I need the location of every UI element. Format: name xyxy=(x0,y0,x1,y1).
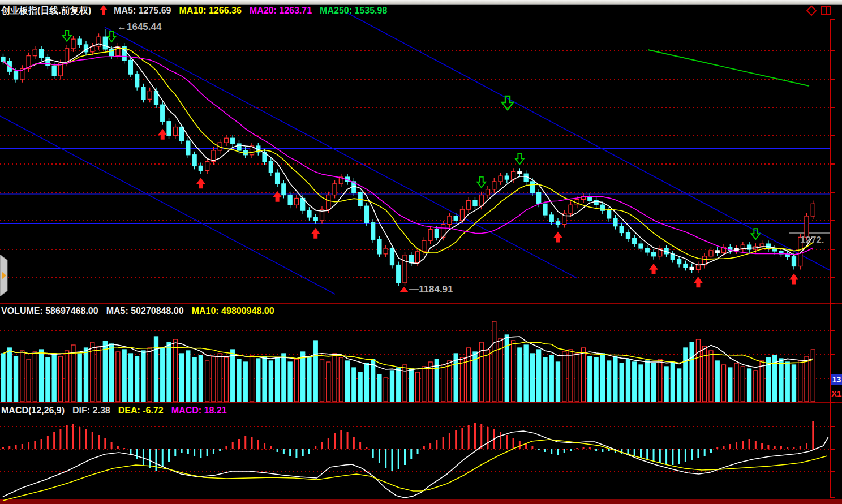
ma5-value: MA5: 1275.69 xyxy=(114,6,171,15)
volume-ma5-value: MA5: 50270848.00 xyxy=(106,306,184,316)
candlesticks xyxy=(1,29,815,286)
chart-canvas[interactable] xyxy=(0,0,842,504)
volume-header: VOLUME: 58697468.00MA5: 50270848.00MA10:… xyxy=(1,306,282,316)
buy-arrow-icon xyxy=(196,178,205,188)
macd-value: MACD: 18.21 xyxy=(171,406,227,415)
chart-title: 创业板指(日线.前复权) xyxy=(1,6,91,15)
diamond-icon xyxy=(807,6,816,15)
ma250-value: MA250: 1535.98 xyxy=(320,6,387,15)
buy-arrow-icon xyxy=(789,273,798,284)
pane-frame xyxy=(0,20,842,504)
volume-value: VOLUME: 58697468.00 xyxy=(1,306,98,316)
trough-marker-icon xyxy=(399,287,409,292)
main-chart-header: 创业板指(日线.前复权)MA5: 1275.69MA10: 1266.36MA2… xyxy=(1,5,395,17)
up-arrow-icon xyxy=(99,5,108,15)
restore-window-icon xyxy=(822,6,830,15)
buy-arrow-icon xyxy=(553,232,562,243)
sell-arrow-icon xyxy=(515,153,524,164)
ma20-value: MA20: 1263.71 xyxy=(250,6,312,15)
volume-scale-badge: 13 xyxy=(831,374,842,385)
buy-arrow-icon xyxy=(694,277,703,287)
ma250-line xyxy=(648,50,809,86)
trough-price-annotation: —1184.91 xyxy=(409,284,453,295)
macd-lines xyxy=(3,431,828,501)
sell-arrow-icon xyxy=(63,31,71,41)
sell-arrow-icon xyxy=(477,177,486,188)
macd-name: MACD(12,26,9) xyxy=(1,406,65,415)
volume-ma10-value: MA10: 49800948.00 xyxy=(192,306,274,316)
dea-value: DEA: -6.72 xyxy=(118,406,164,415)
buy-arrow-icon xyxy=(311,228,320,239)
volume-bars xyxy=(1,321,815,402)
last-price-label: 1272. xyxy=(800,235,824,246)
dif-value: DIF: 2.38 xyxy=(72,406,110,415)
macd-histogram xyxy=(2,421,814,471)
stock-app-window: { "header": { "title": "创业板指(日线.前复权)", "… xyxy=(0,0,842,504)
peak-price-annotation: ←1645.44 xyxy=(117,21,161,33)
sidebar-expander[interactable] xyxy=(0,255,8,296)
price-ma-lines xyxy=(3,44,813,265)
buy-arrow-icon xyxy=(649,264,658,274)
buy-arrow-icon xyxy=(158,129,167,140)
titlebar-icons[interactable] xyxy=(807,6,830,15)
volume-multiplier-label: X1 xyxy=(831,389,841,398)
ma10-value: MA10: 1266.36 xyxy=(179,6,242,15)
macd-header: MACD(12,26,9)DIF: 2.38DEA: -6.72MACD: 18… xyxy=(1,406,235,416)
